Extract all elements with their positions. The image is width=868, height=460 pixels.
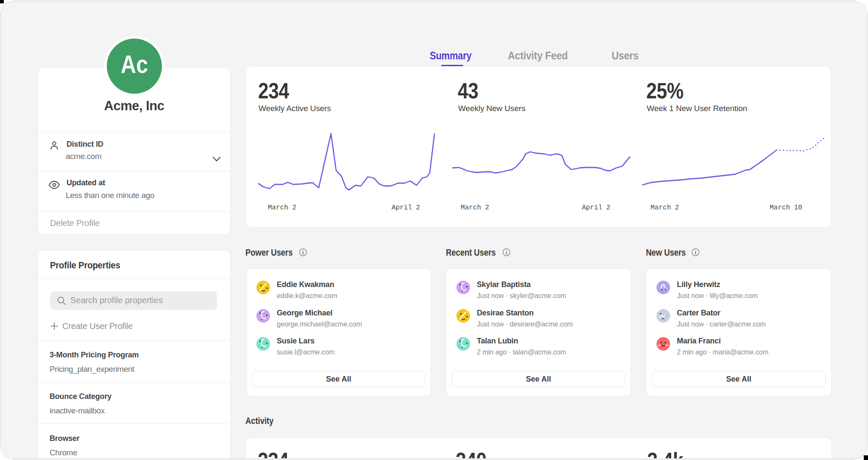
svg-text:i: i xyxy=(506,249,507,256)
svg-text:i: i xyxy=(302,249,304,256)
svg-text:i: i xyxy=(695,249,696,256)
